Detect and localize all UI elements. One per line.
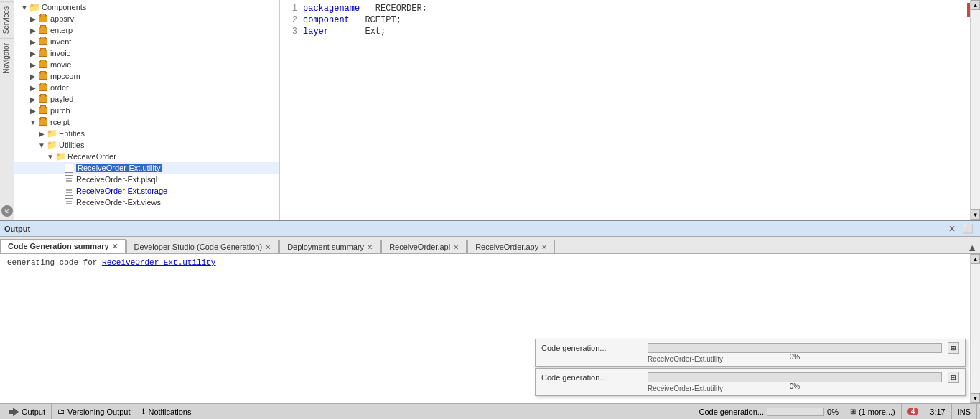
- more-icon: ⊞: [850, 408, 856, 415]
- label-enterp: enterp: [50, 26, 73, 34]
- tab-receiveorder-apy[interactable]: ReceiveOrder.apy ✕: [467, 240, 555, 253]
- tree-item-appsrv[interactable]: ▶ appsrv: [14, 13, 279, 24]
- status-output-item[interactable]: Output: [3, 404, 52, 419]
- filedb-icon-ro-storage: [63, 186, 75, 196]
- tree-item-movie[interactable]: ▶ movie: [14, 59, 279, 70]
- toggle-components[interactable]: ▼: [20, 4, 29, 11]
- toggle-entities[interactable]: ▶: [37, 130, 46, 138]
- scroll-up-arrow[interactable]: ▲: [971, 0, 980, 10]
- navigator-tab[interactable]: Navigator: [0, 38, 14, 78]
- toggle-rceipt[interactable]: ▼: [29, 118, 37, 126]
- status-more-item[interactable]: ⊞ (1 more...): [844, 404, 902, 419]
- keyword-3: layer: [303, 27, 329, 37]
- tab-developer-studio[interactable]: Developer Studio (Code Generation) ✕: [126, 240, 279, 253]
- tree-item-ro-storage[interactable]: ReceiveOrder-Ext.storage: [14, 185, 279, 197]
- editor-content[interactable]: 1 packagename RECEORDER; 2 component RCE…: [280, 0, 970, 220]
- tree-item-purch[interactable]: ▶ purch: [14, 105, 279, 116]
- services-tab[interactable]: Services: [0, 1, 14, 38]
- status-progress-bar: [767, 408, 824, 416]
- toggle-receiveorder[interactable]: ▼: [46, 153, 55, 161]
- scroll-down-arrow[interactable]: ▼: [971, 210, 980, 220]
- navigator-panel: ▼ 📁 Components ▶ appsrv ▶ enterp: [14, 0, 280, 220]
- value-2: RCEIPT;: [365, 15, 401, 25]
- status-versioning-item[interactable]: 🗂 Versioning Output: [52, 404, 136, 419]
- progress-label-2: Code generation...: [541, 373, 642, 382]
- tree-container: ▼ 📁 Components ▶ appsrv ▶ enterp: [14, 0, 279, 220]
- tab-receiveorder-api[interactable]: ReceiveOrder.api ✕: [381, 240, 467, 253]
- output-scroll-up[interactable]: ▲: [967, 242, 977, 253]
- label-utilities: Utilities: [59, 141, 84, 149]
- progress-row-2: Code generation... 0% ⊞: [541, 372, 959, 383]
- sidebar-tabs: Services Navigator ⊘: [0, 0, 14, 220]
- tab-close-receiveorder-api[interactable]: ✕: [453, 243, 459, 251]
- tree-item-invent[interactable]: ▶ invent: [14, 36, 279, 47]
- toggle-mpccom[interactable]: ▶: [29, 72, 37, 80]
- package-icon-mpccom: [37, 71, 49, 81]
- tree-item-entities[interactable]: ▶ 📁 Entities: [14, 128, 279, 139]
- filedb-icon-ro-views: [63, 197, 75, 207]
- toggle-invoic[interactable]: ▶: [29, 50, 37, 57]
- label-invent: invent: [50, 37, 71, 46]
- toggle-invent[interactable]: ▶: [29, 38, 37, 46]
- status-more-label: (1 more...): [859, 408, 895, 416]
- tab-label-developer-studio: Developer Studio (Code Generation): [134, 243, 263, 251]
- output-header: Output ✕ ⬜: [0, 221, 980, 237]
- top-section: Services Navigator ⊘ ▼ 📁 Components ▶: [0, 0, 980, 220]
- tree-item-payled[interactable]: ▶ payled: [14, 93, 279, 105]
- tree-item-ro-utility[interactable]: ReceiveOrder-Ext.utility: [14, 162, 279, 174]
- label-ro-views: ReceiveOrder-Ext.views: [76, 198, 161, 207]
- label-ro-plsql: ReceiveOrder-Ext.plsql: [76, 175, 157, 184]
- package-icon-movie: [37, 60, 49, 70]
- package-icon-payled: [37, 94, 49, 104]
- status-ins-item: INS: [952, 404, 977, 419]
- tab-label-receiveorder-apy: ReceiveOrder.apy: [475, 243, 538, 251]
- package-icon-invoic: [37, 48, 49, 58]
- tab-close-code-gen-summary[interactable]: ✕: [112, 243, 118, 250]
- label-ro-utility: ReceiveOrder-Ext.utility: [76, 164, 162, 172]
- label-movie: movie: [50, 60, 71, 69]
- status-badge-item[interactable]: 4: [902, 404, 925, 419]
- output-maximize-btn[interactable]: ⬜: [961, 224, 976, 234]
- output-scroll-arrow-down[interactable]: ▼: [971, 393, 980, 403]
- package-icon-enterp: [37, 25, 49, 35]
- tree-item-ro-plsql[interactable]: ReceiveOrder-Ext.plsql: [14, 174, 279, 185]
- progress-row-1: Code generation... 0% ⊞: [541, 342, 959, 354]
- output-link[interactable]: ReceiveOrder-Ext.utility: [102, 258, 215, 267]
- output-scroll-arrow-up[interactable]: ▲: [971, 254, 980, 264]
- tree-item-mpccom[interactable]: ▶ mpccom: [14, 70, 279, 82]
- tree-item-rceipt[interactable]: ▼ rceipt: [14, 116, 279, 128]
- output-tabs: Code Generation summary ✕ Developer Stud…: [0, 237, 980, 254]
- toggle-appsrv[interactable]: ▶: [29, 15, 37, 23]
- output-scrollbar[interactable]: ▲ ▼: [970, 254, 980, 403]
- tree-item-utilities[interactable]: ▼ 📁 Utilities: [14, 139, 279, 151]
- output-close-btn[interactable]: ✕: [946, 224, 958, 234]
- label-appsrv: appsrv: [50, 14, 74, 23]
- tree-item-order[interactable]: ▶ order: [14, 82, 279, 93]
- progress-percent-2: 0%: [648, 382, 941, 392]
- folder-icon-utilities: 📁: [46, 140, 57, 150]
- status-versioning-label: Versioning Output: [67, 408, 130, 416]
- tab-code-generation-summary[interactable]: Code Generation summary ✕: [0, 239, 126, 253]
- tree-item-receiveorder[interactable]: ▼ 📁 ReceiveOrder: [14, 151, 279, 162]
- tree-item-enterp[interactable]: ▶ enterp: [14, 24, 279, 36]
- tab-deployment-summary[interactable]: Deployment summary ✕: [279, 240, 381, 253]
- label-invoic: invoic: [50, 49, 70, 57]
- sidebar-icon[interactable]: ⊘: [1, 205, 13, 217]
- label-purch: purch: [50, 106, 70, 115]
- toggle-payled[interactable]: ▶: [29, 95, 37, 103]
- toggle-movie[interactable]: ▶: [29, 61, 37, 69]
- tree-item-invoic[interactable]: ▶ invoic: [14, 47, 279, 59]
- toggle-enterp[interactable]: ▶: [29, 27, 37, 34]
- tab-close-deployment-summary[interactable]: ✕: [367, 243, 373, 251]
- toggle-purch[interactable]: ▶: [29, 107, 37, 115]
- code-line-2: 2 component RCEIPT;: [283, 14, 967, 26]
- toggle-order[interactable]: ▶: [29, 84, 37, 92]
- status-notifications-item[interactable]: ℹ Notifications: [136, 404, 197, 419]
- editor-scrollbar[interactable]: ▲ ▼: [970, 0, 980, 220]
- tab-close-developer-studio[interactable]: ✕: [265, 243, 271, 251]
- tree-item-ro-views[interactable]: ReceiveOrder-Ext.views: [14, 197, 279, 208]
- tree-item-components[interactable]: ▼ 📁 Components: [14, 1, 279, 13]
- tab-close-receiveorder-apy[interactable]: ✕: [541, 243, 547, 251]
- toggle-utilities[interactable]: ▼: [37, 141, 46, 149]
- output-controls: ✕ ⬜: [946, 224, 976, 234]
